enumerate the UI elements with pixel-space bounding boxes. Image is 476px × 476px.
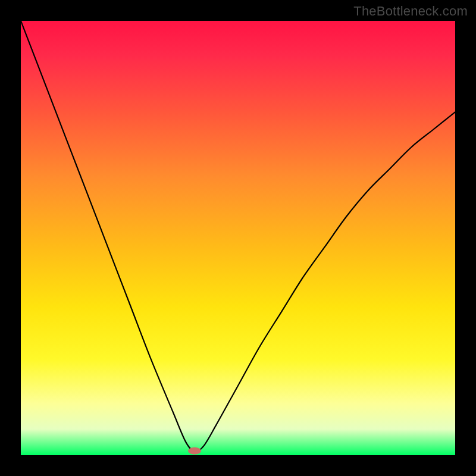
bottleneck-marker [188, 447, 201, 455]
chart-container: TheBottleneck.com [0, 0, 476, 476]
bottleneck-curve [21, 21, 455, 451]
curve-layer [21, 21, 455, 455]
plot-area [21, 21, 455, 455]
watermark-label: TheBottleneck.com [353, 4, 468, 19]
